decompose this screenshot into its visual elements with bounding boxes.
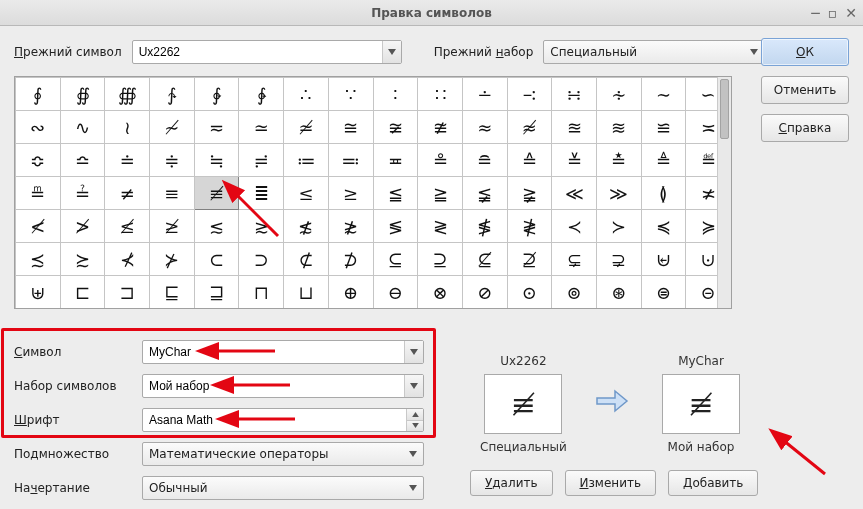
symbol-cell[interactable]: ≶ [373, 210, 418, 243]
symbol-cell[interactable]: ⊃ [239, 243, 284, 276]
symbol-cell[interactable]: ≯ [60, 210, 105, 243]
symbol-cell[interactable]: ≛ [596, 144, 641, 177]
symbol-cell[interactable]: ⊙ [507, 276, 552, 309]
symbol-cell[interactable]: ∿ [60, 111, 105, 144]
symbol-cell[interactable]: ∴ [284, 78, 329, 111]
symbol-cell[interactable]: ∻ [596, 78, 641, 111]
add-button[interactable]: Добавить [668, 470, 758, 496]
symbol-cell[interactable]: ≰ [105, 210, 150, 243]
symbol-cell[interactable]: ⊉ [507, 243, 552, 276]
symbol-cell[interactable]: ⊂ [194, 243, 239, 276]
symbol-cell[interactable]: ≉ [507, 111, 552, 144]
minimize-icon[interactable]: ─ [811, 6, 819, 20]
prev-symbol-combo[interactable] [132, 40, 402, 64]
symbol-cell[interactable]: ≷ [418, 210, 463, 243]
symbol-cell[interactable]: ∲ [194, 78, 239, 111]
symbol-cell[interactable]: ∶ [373, 78, 418, 111]
symbol-cell[interactable]: ≼ [641, 210, 686, 243]
symbol-cell[interactable]: ⊋ [596, 243, 641, 276]
symbol-cell[interactable]: ⊖ [373, 276, 418, 309]
symbol-cell[interactable]: ≾ [16, 243, 61, 276]
symbol-cell[interactable]: ≱ [150, 210, 195, 243]
close-icon[interactable]: ✕ [845, 6, 857, 20]
symbol-cell[interactable]: ≚ [552, 144, 597, 177]
symbol-cell[interactable]: ∹ [507, 78, 552, 111]
symbol-cell[interactable]: ≔ [284, 144, 329, 177]
symbol-cell[interactable]: ≗ [418, 144, 463, 177]
symbol-cell[interactable]: ⊇ [418, 243, 463, 276]
symbol-cell[interactable]: ≏ [60, 144, 105, 177]
symbol-cell[interactable]: ⊅ [328, 243, 373, 276]
symbol-cell[interactable]: ≖ [373, 144, 418, 177]
symbol-cell[interactable]: ≹ [507, 210, 552, 243]
symbol-cell[interactable]: ≇ [418, 111, 463, 144]
symbol-cell[interactable]: ⊗ [418, 276, 463, 309]
symbol-cell[interactable]: ≈ [462, 111, 507, 144]
help-button[interactable]: Справка [761, 114, 849, 142]
chevron-down-icon[interactable] [404, 375, 423, 397]
symbol-cell[interactable]: ≥ [328, 177, 373, 210]
symbol-cell[interactable]: ⊘ [462, 276, 507, 309]
cancel-button[interactable]: Отменить [761, 76, 849, 104]
spin-up-icon[interactable] [407, 409, 423, 421]
symbol-cell[interactable]: ⊛ [596, 276, 641, 309]
symbol-cell[interactable]: ⊒ [194, 276, 239, 309]
symbol-cell[interactable]: ≂ [194, 111, 239, 144]
symbol-cell[interactable]: ∯ [60, 78, 105, 111]
symbol-cell[interactable]: ⊑ [150, 276, 195, 309]
symbol-cell[interactable]: ≳ [239, 210, 284, 243]
ok-button[interactable]: ОК [761, 38, 849, 66]
symbol-cell[interactable]: ≵ [328, 210, 373, 243]
symbol-cell[interactable]: ⊚ [552, 276, 597, 309]
symbol-cell[interactable]: ⊄ [284, 243, 329, 276]
symbol-cell[interactable]: ≆ [373, 111, 418, 144]
symbol-cell[interactable]: ∺ [552, 78, 597, 111]
symbol-cell[interactable]: ⊜ [641, 276, 686, 309]
prev-set-select[interactable]: Специальный [543, 40, 765, 64]
symbol-cell[interactable]: ≙ [507, 144, 552, 177]
delete-button[interactable]: Удалить [470, 470, 553, 496]
font-input[interactable] [143, 409, 406, 431]
symbol-cell[interactable]: ≊ [552, 111, 597, 144]
symbol-cell[interactable]: ∼ [641, 78, 686, 111]
symbol-cell[interactable]: ⊐ [105, 276, 150, 309]
maximize-icon[interactable]: ▫ [828, 6, 838, 20]
symbol-cell[interactable]: ≁ [150, 111, 195, 144]
chevron-down-icon[interactable] [403, 485, 423, 491]
scrollbar[interactable] [717, 77, 731, 308]
scrollbar-thumb[interactable] [720, 79, 729, 139]
chevron-down-icon[interactable] [382, 41, 401, 63]
symbol-cell[interactable]: ≡ [150, 177, 195, 210]
symbol-set-combo[interactable] [142, 374, 424, 398]
symbol-set-input[interactable] [143, 375, 404, 397]
symbol-cell[interactable]: ≠ [105, 177, 150, 210]
symbol-cell[interactable]: ≘ [462, 144, 507, 177]
symbol-cell[interactable]: ≻ [596, 210, 641, 243]
symbol-cell[interactable]: ∱ [150, 78, 195, 111]
symbol-cell[interactable]: ∰ [105, 78, 150, 111]
symbol-cell[interactable]: ⊎ [16, 276, 61, 309]
symbol-cell[interactable]: ∾ [16, 111, 61, 144]
symbol-cell[interactable]: ⊕ [328, 276, 373, 309]
spin-down-icon[interactable] [407, 421, 423, 432]
symbol-combo[interactable] [142, 340, 424, 364]
font-spin[interactable] [142, 408, 424, 432]
symbol-cell[interactable]: ≤ [284, 177, 329, 210]
symbol-cell[interactable]: ≃ [239, 111, 284, 144]
symbol-cell[interactable]: ≒ [194, 144, 239, 177]
symbol-cell[interactable]: ≫ [596, 177, 641, 210]
symbol-cell[interactable]: ≩ [507, 177, 552, 210]
symbol-cell[interactable]: ⊔ [284, 276, 329, 309]
symbol-cell[interactable]: ≢ [194, 177, 239, 210]
symbol-cell[interactable]: ≺ [552, 210, 597, 243]
symbol-cell[interactable]: ≕ [328, 144, 373, 177]
symbol-cell[interactable]: ≞ [16, 177, 61, 210]
symbol-cell[interactable]: ≴ [284, 210, 329, 243]
symbol-cell[interactable]: ∷ [418, 78, 463, 111]
symbol-cell[interactable]: ⊁ [150, 243, 195, 276]
symbol-cell[interactable]: ≋ [596, 111, 641, 144]
chevron-down-icon[interactable] [403, 451, 423, 457]
symbol-cell[interactable]: ≦ [373, 177, 418, 210]
symbol-cell[interactable]: ∵ [328, 78, 373, 111]
symbol-cell[interactable]: ⊓ [239, 276, 284, 309]
